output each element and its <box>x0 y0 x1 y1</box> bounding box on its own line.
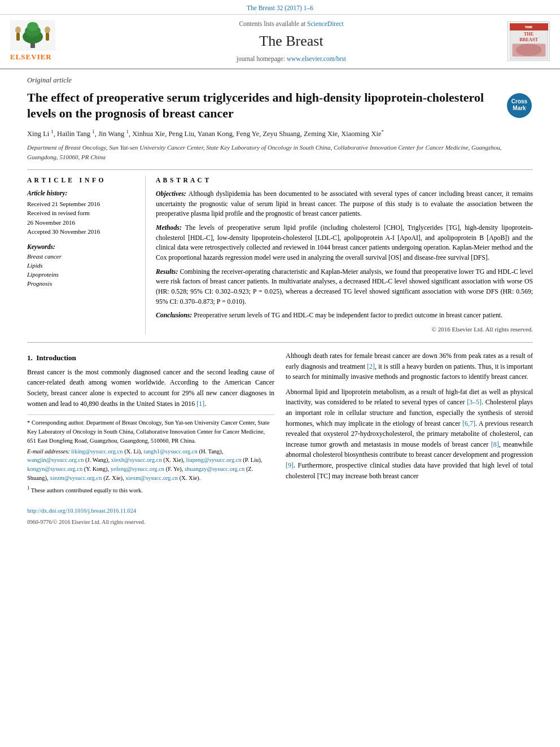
body-two-col: 1. Introduction Breast cancer is the mos… <box>27 351 533 526</box>
history-heading: Article history: <box>27 189 138 198</box>
journal-ref: The Breast 32 (2017) 1–6 <box>247 5 313 11</box>
keywords-heading: Keywords: <box>27 242 138 252</box>
email-li[interactable]: liking@sysucc.org.cn <box>71 448 123 455</box>
elsevier-tree-icon <box>10 20 55 51</box>
svg-text:THE: THE <box>523 32 533 37</box>
keywords-section: Keywords: Breast cancer Lipids Lipoprote… <box>27 242 138 289</box>
svg-rect-8 <box>46 33 49 41</box>
intro-heading: Introduction <box>36 353 76 362</box>
homepage-url[interactable]: www.elsevier.com/brst <box>287 55 346 62</box>
ref-9[interactable]: [9] <box>286 461 294 469</box>
email-xie-x2[interactable]: xiexm@sysucc.org.cn <box>125 475 178 481</box>
svg-point-4 <box>27 22 38 31</box>
keyword-breast-cancer: Breast cancer <box>27 252 138 261</box>
crossmark-badge[interactable]: Cross Mark <box>506 92 533 119</box>
intro-para1: Breast cancer is the most commonly diagn… <box>27 367 274 409</box>
email-ye[interactable]: yefeng@sysucc.org.cn <box>111 466 164 472</box>
ref-2[interactable]: [2] <box>367 362 375 370</box>
email-wang[interactable]: wangjin@sysucc.org.cn <box>27 457 84 463</box>
conclusions-label: Conclusions: <box>156 311 194 319</box>
footnote-section: * Corresponding author. Department of Br… <box>27 414 274 526</box>
journal-header-top: The Breast 32 (2017) 1–6 <box>0 0 560 15</box>
accepted-date: Accepted 30 November 2016 <box>27 227 138 237</box>
ref-6-7[interactable]: [6,7] <box>462 420 475 427</box>
email-xie-z[interactable]: xiezm@sysucc.org.cn <box>50 475 102 481</box>
authors: Xing Li 1, Hailin Tang 1, Jin Wang 1, Xi… <box>27 128 533 139</box>
svg-rect-6 <box>16 33 20 41</box>
article-info-heading: A R T I C L E I N F O <box>27 176 138 185</box>
article-title: The effect of preoperative serum triglyc… <box>27 90 506 122</box>
svg-point-5 <box>15 27 21 33</box>
received-date: Received 21 September 2016 <box>27 199 138 209</box>
intro-para3: Abnormal lipid and lipoprotein metabolis… <box>286 387 533 481</box>
breast-logo-container: THE THE THE BREAST <box>499 21 550 61</box>
journal-homepage-line: journal homepage: www.elsevier.com/brst <box>84 54 499 64</box>
affiliation: Department of Breast Oncology, Sun Yat-s… <box>27 143 533 161</box>
objectives-text: Although dyslipidemia has been documente… <box>156 190 533 217</box>
email-shuang[interactable]: shuangzy@sysucc.org.cn <box>185 466 244 472</box>
abstract-results: Results: Combining the receiver-operatin… <box>156 267 533 307</box>
copyright: © 2016 Elsevier Ltd. All rights reserved… <box>156 325 533 334</box>
body-right-col: Although death rates for female breast c… <box>286 351 533 526</box>
journal-banner-center: Contents lists available at ScienceDirec… <box>84 19 499 64</box>
methods-text: The levels of preoperative serum lipid p… <box>156 224 533 261</box>
keyword-prognosis: Prognosis <box>27 279 138 289</box>
svg-point-7 <box>45 27 50 33</box>
abstract-methods: Methods: The levels of preoperative seru… <box>156 223 533 263</box>
article-info-abstract-row: A R T I C L E I N F O Article history: R… <box>27 169 533 334</box>
sciencedirect-link[interactable]: ScienceDirect <box>307 20 344 27</box>
intro-section-heading: 1. Introduction <box>27 353 274 364</box>
breast-journal-icon: THE THE THE BREAST <box>510 23 548 59</box>
objectives-label: Objectives: <box>156 190 189 198</box>
elsevier-logo-container: ELSEVIER <box>10 20 84 63</box>
svg-point-16 <box>515 44 541 56</box>
breast-logo: THE THE THE BREAST <box>508 21 550 61</box>
abstract-conclusions: Conclusions: Preoperative serum levels o… <box>156 311 533 321</box>
methods-label: Methods: <box>156 224 185 231</box>
keywords-list: Breast cancer Lipids Lipoproteins Progno… <box>27 252 138 289</box>
email-liu[interactable]: liupeng@sysucc.org.cn <box>186 457 242 463</box>
email-kong[interactable]: kongyn@sysucc.org.cn <box>27 466 82 472</box>
sciencedirect-prefix: Contents lists available at <box>239 20 305 27</box>
corresponding-footnote: * Corresponding author. Department of Br… <box>27 418 274 445</box>
body-left-col: 1. Introduction Breast cancer is the mos… <box>27 351 274 526</box>
journal-footer: 0960-9776/© 2016 Elsevier Ltd. All right… <box>27 518 274 527</box>
email-tang[interactable]: tangh1@sysucc.org.cn <box>144 448 198 455</box>
journal-banner: ELSEVIER Contents lists available at Sci… <box>0 15 560 69</box>
intro-number: 1. <box>27 353 33 362</box>
results-label: Results: <box>156 268 180 276</box>
article-title-row: The effect of preoperative serum triglyc… <box>27 90 533 122</box>
ref-1[interactable]: [1] <box>196 400 204 408</box>
conclusions-text: Preoperative serum levels of TG and HDL-… <box>194 311 502 319</box>
svg-text:BREAST: BREAST <box>519 37 538 42</box>
svg-text:Mark: Mark <box>513 105 526 111</box>
article-type: Original article <box>27 75 533 85</box>
keyword-lipids: Lipids <box>27 261 138 270</box>
ref-8[interactable]: [8] <box>491 440 499 448</box>
doi-link[interactable]: http://dx.doi.org/10.1016/j.breast.2016.… <box>27 508 136 514</box>
results-text: Combining the receiver-operating charact… <box>156 268 533 305</box>
svg-text:THE: THE <box>524 25 532 29</box>
revised-date: Received in revised form26 November 2016 <box>27 208 138 227</box>
divider <box>27 342 533 343</box>
elsevier-label: ELSEVIER <box>10 52 52 63</box>
svg-text:Cross: Cross <box>511 98 528 104</box>
article-history-section: Article history: Received 21 September 2… <box>27 189 138 237</box>
article-container: Original article The effect of preoperat… <box>0 69 560 532</box>
email-xie-x[interactable]: xiexh@sysucc.org.cn <box>111 457 162 463</box>
journal-title: The Breast <box>84 30 499 52</box>
ref-3-5[interactable]: [3–5] <box>467 398 482 406</box>
article-info-col: A R T I C L E I N F O Article history: R… <box>27 176 146 334</box>
abstract-heading: A B S T R A C T <box>156 176 533 185</box>
keyword-lipoproteins: Lipoproteins <box>27 270 138 279</box>
homepage-prefix: journal homepage: <box>237 55 285 62</box>
sciencedirect-line: Contents lists available at ScienceDirec… <box>84 19 499 29</box>
email-footnote: E-mail addresses: liking@sysucc.org.cn (… <box>27 447 274 483</box>
elsevier-logo: ELSEVIER <box>10 20 84 63</box>
intro-para2: Although death rates for female breast c… <box>286 351 533 382</box>
equal-contrib-footnote: 1 These authors contributed equally to t… <box>27 484 274 495</box>
abstract-col: A B S T R A C T Objectives: Although dys… <box>156 176 533 334</box>
abstract-objectives: Objectives: Although dyslipidemia has be… <box>156 189 533 219</box>
